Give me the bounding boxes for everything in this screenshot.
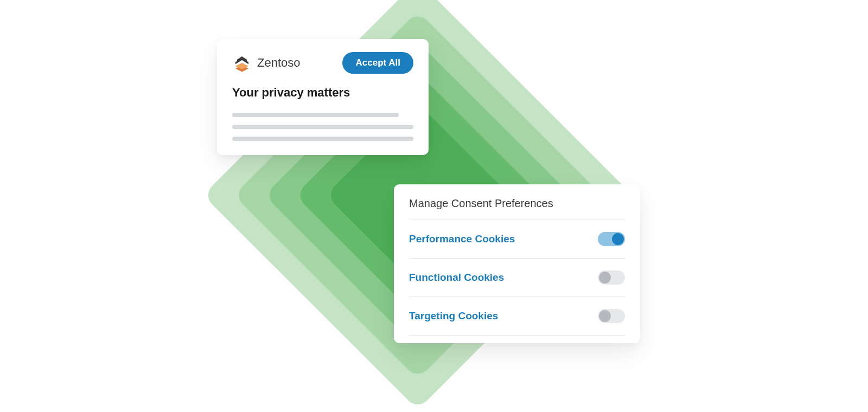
brand-block: Zentoso (232, 53, 301, 73)
privacy-headline: Your privacy matters (232, 86, 413, 100)
toggle-knob (599, 272, 611, 284)
placeholder-text-line (232, 137, 413, 141)
toggle-knob (599, 310, 611, 322)
toggle-knob (612, 233, 624, 245)
consent-row-performance: Performance Cookies (409, 220, 625, 259)
consent-preferences-card: Manage Consent Preferences Performance C… (394, 184, 640, 343)
consent-card-title: Manage Consent Preferences (409, 197, 625, 220)
consent-row-label: Functional Cookies (409, 272, 504, 284)
placeholder-text-line (232, 125, 413, 129)
consent-row-functional: Functional Cookies (409, 259, 625, 297)
privacy-notice-card: Zentoso Accept All Your privacy matters (217, 39, 429, 155)
accept-all-button[interactable]: Accept All (342, 52, 413, 74)
brand-name: Zentoso (257, 56, 301, 70)
placeholder-text-line (232, 113, 399, 117)
functional-cookies-toggle[interactable] (598, 271, 625, 285)
consent-row-targeting: Targeting Cookies (409, 297, 625, 336)
privacy-card-header: Zentoso Accept All (232, 52, 413, 74)
zentoso-logo-icon (232, 53, 252, 73)
consent-row-label: Performance Cookies (409, 233, 515, 245)
consent-row-label: Targeting Cookies (409, 310, 498, 322)
performance-cookies-toggle[interactable] (598, 232, 625, 246)
targeting-cookies-toggle[interactable] (598, 309, 625, 323)
